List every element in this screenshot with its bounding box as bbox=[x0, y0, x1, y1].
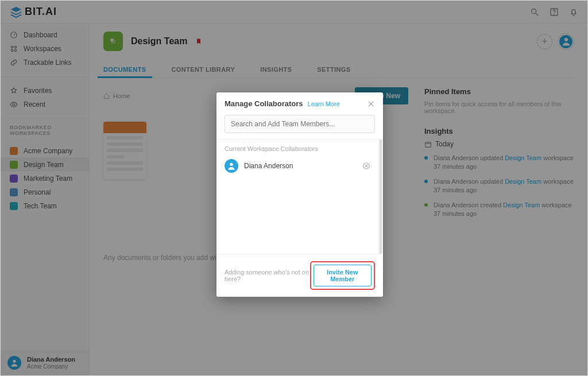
profile-sub: Acme Company bbox=[27, 363, 75, 370]
tab-insights[interactable]: INSIGHTS bbox=[260, 61, 292, 77]
gauge-icon bbox=[10, 31, 18, 39]
add-member-button[interactable]: + bbox=[537, 34, 552, 49]
svg-point-2 bbox=[554, 14, 554, 14]
svg-point-4 bbox=[11, 46, 13, 48]
pinned-title: Pinned Items bbox=[424, 87, 574, 96]
insights-title: Insights bbox=[424, 127, 574, 135]
brand-logo[interactable]: BIT.AI bbox=[10, 6, 57, 18]
collaborator-name: Diana Anderson bbox=[244, 162, 293, 170]
workspace-color-swatch bbox=[10, 161, 18, 169]
sidebar-item-workspaces[interactable]: Workspaces bbox=[1, 42, 89, 56]
workspace-color-swatch bbox=[10, 188, 18, 196]
close-icon[interactable] bbox=[367, 100, 375, 108]
calendar-icon bbox=[424, 141, 432, 148]
status-dot bbox=[424, 180, 428, 183]
insight-item: Diana Anderson updated Design Team works… bbox=[424, 177, 574, 195]
collaborator-row: Diana Anderson bbox=[225, 157, 370, 175]
sidebar-item-label: Workspaces bbox=[24, 45, 61, 53]
svg-rect-12 bbox=[425, 142, 431, 147]
sidebar-item-label: Favorites bbox=[24, 87, 52, 95]
insight-link[interactable]: Design Team bbox=[503, 201, 540, 208]
svg-point-13 bbox=[230, 163, 233, 166]
learn-more-link[interactable]: Learn More bbox=[308, 100, 340, 107]
workspace-color-swatch bbox=[10, 147, 18, 155]
sidebar-item-favorites[interactable]: Favorites bbox=[1, 84, 89, 98]
workspace-title: Design Team bbox=[131, 36, 187, 46]
workspace-tabs: DOCUMENTS CONTENT LIBRARY INSIGHTS SETTI… bbox=[103, 61, 574, 78]
member-avatar[interactable] bbox=[558, 34, 574, 49]
sidebar-item-dashboard[interactable]: Dashboard bbox=[1, 28, 89, 42]
sidebar-workspace-item[interactable]: Personal bbox=[1, 185, 89, 199]
scrollbar[interactable] bbox=[380, 139, 382, 254]
sidebar-item-recent[interactable]: Recent bbox=[1, 98, 89, 111]
document-card[interactable] bbox=[103, 122, 146, 179]
bookmark-icon[interactable] bbox=[195, 37, 202, 45]
invite-highlight: Invite New Member bbox=[310, 261, 375, 290]
status-dot bbox=[424, 203, 428, 207]
top-bar: BIT.AI bbox=[1, 1, 587, 24]
insights-day: Today bbox=[424, 140, 574, 148]
link-icon bbox=[10, 59, 18, 67]
sidebar-item-label: Recent bbox=[24, 100, 45, 108]
svg-point-11 bbox=[564, 38, 568, 41]
star-icon bbox=[10, 87, 18, 95]
sidebar-item-label: Personal bbox=[24, 188, 51, 196]
sidebar-item-label: Trackable Links bbox=[24, 59, 72, 67]
brand-text: BIT.AI bbox=[25, 6, 57, 18]
sidebar-item-label: Design Team bbox=[24, 161, 64, 169]
profile-card[interactable]: Diana Anderson Acme Company bbox=[1, 350, 89, 375]
tab-settings[interactable]: SETTINGS bbox=[317, 61, 350, 77]
modal-subtitle: Current Workspace Collaborators bbox=[225, 145, 370, 152]
svg-point-7 bbox=[14, 49, 17, 52]
insight-item: Diana Anderson created Design Team works… bbox=[424, 201, 574, 219]
sidebar-item-label: Acme Company bbox=[24, 147, 72, 155]
modal-footer-note: Adding someone who's not on here? bbox=[225, 269, 310, 282]
insight-item: Diana Anderson updated Design Team works… bbox=[424, 154, 574, 172]
workspace-color-swatch bbox=[10, 175, 18, 183]
modal-title: Manage Collaborators bbox=[225, 99, 303, 108]
grid-icon bbox=[10, 45, 18, 53]
bell-icon[interactable] bbox=[569, 7, 578, 17]
sidebar-workspace-item[interactable]: Marketing Team bbox=[1, 172, 89, 185]
help-icon[interactable] bbox=[550, 7, 559, 17]
workspace-badge bbox=[103, 32, 123, 51]
home-icon bbox=[103, 93, 110, 99]
avatar-icon bbox=[225, 159, 238, 173]
svg-point-8 bbox=[13, 103, 15, 106]
tab-content-library[interactable]: CONTENT LIBRARY bbox=[172, 61, 235, 77]
sidebar-item-label: Dashboard bbox=[24, 31, 57, 39]
sidebar-workspace-item[interactable]: Design Team bbox=[1, 158, 89, 172]
invite-new-member-button[interactable]: Invite New Member bbox=[314, 265, 372, 286]
sidebar-item-label: Marketing Team bbox=[24, 175, 72, 183]
search-icon[interactable] bbox=[530, 7, 539, 17]
breadcrumb-label: Home bbox=[113, 92, 130, 99]
sidebar-workspace-item[interactable]: Acme Company bbox=[1, 144, 89, 158]
svg-point-6 bbox=[11, 49, 13, 52]
tab-documents[interactable]: DOCUMENTS bbox=[103, 61, 146, 77]
sidebar: Dashboard Workspaces Trackable Links Fav… bbox=[1, 24, 90, 375]
avatar-icon bbox=[7, 356, 21, 370]
workspace-color-swatch bbox=[10, 202, 18, 210]
eye-icon bbox=[10, 100, 18, 108]
svg-point-9 bbox=[13, 360, 16, 363]
profile-name: Diana Anderson bbox=[27, 356, 75, 363]
search-members-input[interactable] bbox=[225, 115, 375, 133]
svg-point-0 bbox=[532, 9, 536, 13]
manage-collaborators-modal: Manage Collaborators Learn More Current … bbox=[216, 92, 383, 297]
sidebar-item-trackable-links[interactable]: Trackable Links bbox=[1, 56, 89, 69]
sidebar-item-label: Tech Team bbox=[24, 202, 57, 210]
breadcrumb[interactable]: Home bbox=[103, 92, 130, 99]
status-dot bbox=[424, 156, 428, 160]
svg-point-5 bbox=[14, 46, 17, 48]
insight-link[interactable]: Design Team bbox=[505, 154, 541, 161]
sidebar-workspace-item[interactable]: Tech Team bbox=[1, 199, 89, 213]
pinned-sub: Pin items for quick access for all membe… bbox=[424, 100, 574, 114]
sidebar-section-header: BOOKMARKED WORKSPACES bbox=[1, 121, 89, 139]
insight-link[interactable]: Design Team bbox=[505, 178, 541, 185]
remove-icon[interactable] bbox=[362, 162, 370, 170]
